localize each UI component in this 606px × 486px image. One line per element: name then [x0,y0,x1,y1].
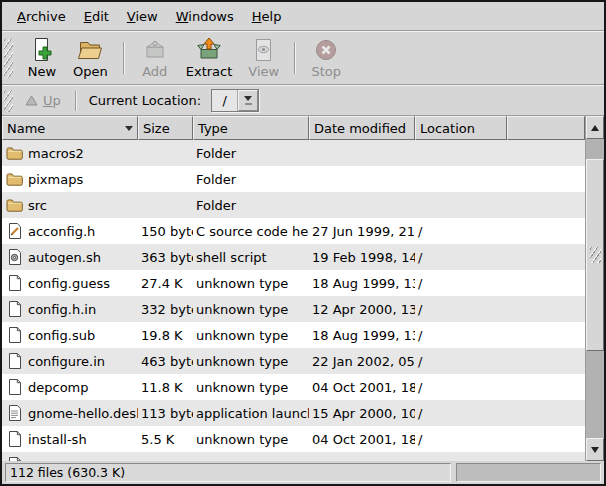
toolbar-buttons: NewOpenAddExtractViewStop [19,34,349,82]
document-icon [6,353,23,369]
row-filler [507,426,585,452]
toolbar-drag-handle[interactable] [4,38,13,78]
menu-windows[interactable]: Windows [167,5,243,28]
view-file-icon [251,37,277,64]
up-button[interactable]: Up [17,88,69,113]
file-name: config.guess [28,276,110,291]
row-filler [507,374,585,400]
file-date-modified [309,452,415,461]
table-row[interactable]: config.h.in332 bytesunknown type12 Apr 2… [2,296,585,322]
document-icon [6,327,23,343]
column-header-location[interactable]: Location [415,116,507,140]
file-type: Folder [193,166,309,192]
column-header-name[interactable]: Name [2,116,138,140]
file-name: configure.in [28,354,105,369]
file-size [138,192,193,218]
file-type: unknown type [193,296,309,322]
status-text: 112 files (630.3 K) [5,463,451,482]
file-type: shell script [193,244,309,270]
file-location: / [415,426,507,452]
scroll-up-button[interactable] [586,116,604,139]
file-name: config.h.in [28,302,96,317]
table-row[interactable]: config.sub19.8 Kunknown type18 Aug 1999,… [2,322,585,348]
file-size: 150 bytes [138,218,193,244]
menubar: ArchiveEditViewWindowsHelp [2,2,604,30]
open-button[interactable]: Open [65,34,116,82]
table-row[interactable] [2,452,585,461]
file-name: acconfig.h [28,224,95,239]
toolbar-separator [294,42,296,74]
row-filler [507,348,585,374]
table-row[interactable]: acconfig.h150 bytesC source code header2… [2,218,585,244]
launcher-icon [6,405,23,421]
file-location [415,166,507,192]
row-filler [507,296,585,322]
column-header-size[interactable]: Size [138,116,193,140]
file-name: install-sh [28,432,87,447]
file-location: / [415,270,507,296]
document-icon [6,275,23,291]
vertical-scrollbar[interactable] [585,116,604,461]
document-icon [6,301,23,317]
file-size: 11.8 K [138,374,193,400]
menu-view[interactable]: View [118,5,167,28]
menu-edit[interactable]: Edit [75,5,118,28]
file-location: / [415,348,507,374]
table-row[interactable]: srcFolder [2,192,585,218]
column-header-type[interactable]: Type [193,116,309,140]
row-filler [507,452,585,461]
file-date-modified: 12 Apr 2000, 13:36 [309,296,415,322]
table-row[interactable]: macros2Folder [2,140,585,166]
file-size: 5.5 K [138,426,193,452]
file-location: / [415,244,507,270]
locationbar-drag-handle[interactable] [4,90,13,112]
location-combo[interactable]: / [211,89,259,112]
table-row[interactable]: depcomp11.8 Kunknown type04 Oct 2001, 18… [2,374,585,400]
file-date-modified: 19 Feb 1998, 14:31 [309,244,415,270]
menu-archive[interactable]: Archive [8,5,75,28]
extract-icon [196,37,222,64]
table-row[interactable]: pixmapsFolder [2,166,585,192]
file-name: gnome-hello.desktop [28,406,138,421]
row-filler [507,140,585,166]
file-size: 113 bytes [138,400,193,426]
table-row[interactable]: gnome-hello.desktop113 bytesapplication … [2,400,585,426]
column-header-date-modified[interactable]: Date modified [309,116,415,140]
folder-icon [6,146,23,160]
scroll-down-button[interactable] [586,438,604,461]
table-row[interactable]: configure.in463 bytesunknown type22 Jan … [2,348,585,374]
toolbar-button-label: New [28,64,56,80]
file-type: application launcher [193,400,309,426]
progress-area [456,463,601,482]
add-button[interactable]: Add [132,34,178,82]
file-location: / [415,296,507,322]
file-name: src [28,198,47,213]
locationbar-separator [75,91,77,111]
table-row[interactable]: install-sh5.5 Kunknown type04 Oct 2001, … [2,426,585,452]
view-button[interactable]: View [240,34,287,82]
file-rows: macros2FolderpixmapsFoldersrcFolderaccon… [2,140,585,461]
file-date-modified: 18 Aug 1999, 13:53 [309,270,415,296]
menu-help[interactable]: Help [243,5,291,28]
file-size: 27.4 K [138,270,193,296]
new-button[interactable]: New [19,34,65,82]
row-filler [507,270,585,296]
file-location: / [415,400,507,426]
scrollbar-thumb[interactable] [586,159,604,351]
location-combo-value[interactable]: / [212,90,238,111]
stop-icon [313,37,339,64]
file-type: Folder [193,140,309,166]
location-combo-arrow-button[interactable] [238,90,258,111]
file-type: unknown type [193,426,309,452]
stop-button[interactable]: Stop [303,34,349,82]
column-header-label: Location [420,121,502,136]
file-name: depcomp [28,380,89,395]
file-type: unknown type [193,322,309,348]
add-files-icon [142,37,168,64]
file-location [415,452,507,461]
extract-button[interactable]: Extract [178,34,241,82]
row-filler [507,322,585,348]
toolbar-button-label: Add [142,64,167,80]
table-row[interactable]: config.guess27.4 Kunknown type18 Aug 199… [2,270,585,296]
table-row[interactable]: autogen.sh363 bytesshell script19 Feb 19… [2,244,585,270]
